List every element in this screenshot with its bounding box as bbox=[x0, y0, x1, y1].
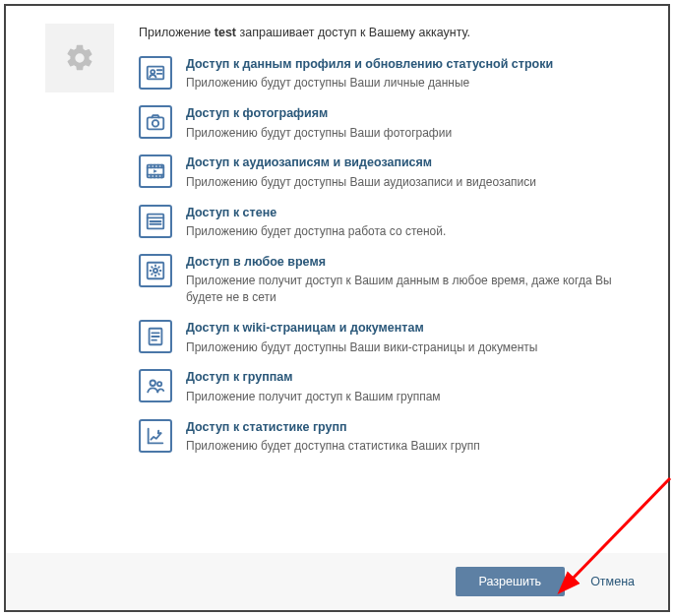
permission-title: Доступ к статистике групп bbox=[186, 419, 629, 437]
svg-point-14 bbox=[153, 269, 157, 273]
permission-title: Доступ в любое время bbox=[186, 254, 629, 272]
permission-desc: Приложению будут доступны Ваши вики-стра… bbox=[186, 339, 629, 356]
permission-item: Доступ в любое времяПриложение получит д… bbox=[139, 254, 629, 306]
permission-text: Доступ к данным профиля и обновлению ста… bbox=[186, 56, 629, 92]
permission-text: Доступ к аудиозаписям и видеозаписямПрил… bbox=[186, 154, 629, 190]
app-avatar bbox=[45, 24, 114, 92]
intro-prefix: Приложение bbox=[139, 26, 214, 39]
permission-desc: Приложению будут доступны Ваши личные да… bbox=[186, 75, 629, 92]
gear-box-icon bbox=[139, 254, 172, 287]
permissions-main: Приложение test запрашивает доступ к Ваш… bbox=[139, 24, 629, 543]
permission-title: Доступ к фотографиям bbox=[186, 105, 629, 123]
document-icon bbox=[139, 320, 172, 353]
dialog-frame: Приложение test запрашивает доступ к Ваш… bbox=[4, 4, 670, 612]
svg-point-20 bbox=[157, 382, 161, 386]
permission-text: Доступ к статистике группПриложению буде… bbox=[186, 419, 629, 455]
permission-item: Доступ к данным профиля и обновлению ста… bbox=[139, 56, 629, 92]
permission-text: Доступ к фотографиямПриложению будут дос… bbox=[186, 105, 629, 141]
permission-title: Доступ к аудиозаписям и видеозаписям bbox=[186, 154, 629, 172]
permission-title: Доступ к группам bbox=[186, 369, 629, 387]
svg-point-19 bbox=[151, 381, 156, 387]
permission-title: Доступ к стене bbox=[186, 205, 629, 222]
stats-icon bbox=[139, 419, 172, 453]
permission-title: Доступ к данным профиля и обновлению ста… bbox=[186, 56, 629, 74]
cancel-button[interactable]: Отмена bbox=[586, 567, 639, 596]
intro-text: Приложение test запрашивает доступ к Ваш… bbox=[139, 24, 629, 42]
gear-icon bbox=[64, 42, 95, 74]
allow-button[interactable]: Разрешить bbox=[456, 567, 566, 596]
permission-item: Доступ к группамПриложение получит досту… bbox=[139, 369, 629, 404]
permission-text: Доступ к группамПриложение получит досту… bbox=[186, 369, 629, 404]
permission-title: Доступ к wiki-страницам и документам bbox=[186, 320, 629, 338]
dialog-content: Приложение test запрашивает доступ к Ваш… bbox=[6, 6, 668, 553]
permission-desc: Приложению будут доступны Ваши фотографи… bbox=[186, 125, 629, 142]
permission-desc: Приложению будет доступна работа со стен… bbox=[186, 223, 629, 240]
permission-item: Доступ к аудиозаписям и видеозаписямПрил… bbox=[139, 154, 629, 190]
permission-text: Доступ к стенеПриложению будет доступна … bbox=[186, 205, 629, 240]
app-name: test bbox=[214, 26, 236, 39]
groups-icon bbox=[139, 369, 172, 402]
permission-item: Доступ к wiki-страницам и документамПрил… bbox=[139, 320, 629, 355]
permissions-list: Доступ к данным профиля и обновлению ста… bbox=[139, 56, 629, 455]
permission-desc: Приложению будут доступны Ваши аудиозапи… bbox=[186, 174, 629, 191]
permission-item: Доступ к стенеПриложению будет доступна … bbox=[139, 205, 629, 240]
permission-desc: Приложению будет доступна статистика Ваш… bbox=[186, 438, 629, 455]
permission-desc: Приложение получит доступ к Вашим группа… bbox=[186, 389, 629, 405]
profile-card-icon bbox=[139, 56, 172, 90]
permission-item: Доступ к фотографиямПриложению будут дос… bbox=[139, 105, 629, 141]
wall-icon bbox=[139, 205, 172, 238]
dialog-footer: Разрешить Отмена bbox=[6, 553, 668, 610]
media-icon bbox=[139, 154, 172, 188]
permission-desc: Приложение получит доступ к Вашим данным… bbox=[186, 273, 629, 306]
intro-suffix: запрашивает доступ к Вашему аккаунту. bbox=[236, 26, 470, 39]
camera-icon bbox=[139, 105, 172, 139]
svg-rect-4 bbox=[148, 117, 164, 129]
permission-text: Доступ к wiki-страницам и документамПрил… bbox=[186, 320, 629, 355]
permission-text: Доступ в любое времяПриложение получит д… bbox=[186, 254, 629, 306]
svg-point-5 bbox=[153, 120, 158, 126]
svg-point-1 bbox=[151, 70, 154, 74]
permission-item: Доступ к статистике группПриложению буде… bbox=[139, 419, 629, 455]
